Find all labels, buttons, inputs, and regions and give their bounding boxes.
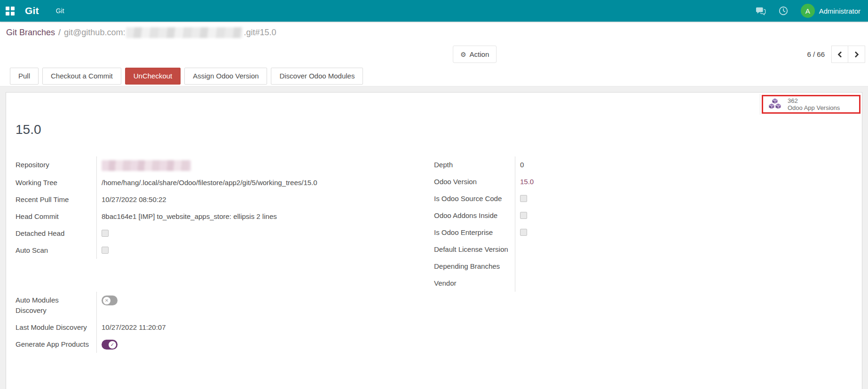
apps-grid-icon[interactable]: [6, 7, 15, 16]
record-title: 15.0: [16, 122, 852, 138]
action-button[interactable]: ⚙ Action: [453, 46, 497, 63]
field-row-default-license-version: Default License Version: [434, 241, 852, 258]
cubes-icon: [768, 98, 782, 111]
field-row-odoo-addons-inside: Odoo Addons Inside: [434, 207, 852, 224]
field-label: Is Odoo Source Code: [434, 190, 515, 207]
field-label: Vendor: [434, 275, 515, 292]
field-row-last-module-discovery: Last Module Discovery 10/27/2022 11:20:0…: [16, 319, 434, 336]
field-value: 10/27/2022 08:50:22: [97, 191, 434, 208]
field-label: Head Commit: [16, 208, 97, 225]
field-value: 8bac164e1 [IMP] to_website_apps_store: e…: [97, 208, 434, 225]
auto-modules-discovery-toggle[interactable]: ✕: [102, 296, 118, 305]
field-value: 0: [515, 156, 852, 173]
odoo-addons-inside-checkbox[interactable]: [520, 212, 527, 219]
button-box: 362 Odoo App Versions: [760, 93, 860, 115]
toggle-off-x-icon: ✕: [103, 297, 110, 304]
field-row-auto-scan: Auto Scan: [16, 242, 434, 259]
odoo-app-versions-stat-button[interactable]: 362 Odoo App Versions: [762, 95, 860, 114]
field-label: Depending Branches: [434, 258, 515, 275]
field-row-generate-app-products: Generate App Products ✓: [16, 336, 434, 353]
field-label: Working Tree: [16, 174, 97, 191]
detached-head-checkbox[interactable]: [102, 230, 109, 237]
form-view-background: 362 Odoo App Versions 15.0 Repository Wo…: [0, 86, 868, 389]
stat-button-label: Odoo App Versions: [788, 104, 840, 111]
field-row-is-odoo-source-code: Is Odoo Source Code: [434, 190, 852, 207]
field-label: Auto Modules Discovery: [16, 292, 97, 319]
field-value-empty: [515, 258, 852, 275]
pager: 6 / 66: [807, 46, 865, 63]
field-row-odoo-version: Odoo Version 15.0: [434, 173, 852, 190]
button-box-divider: [760, 94, 760, 115]
field-label: Is Odoo Enterprise: [434, 224, 515, 241]
field-label: Repository: [16, 156, 97, 174]
field-row-head-commit: Head Commit 8bac164e1 [IMP] to_website_a…: [16, 208, 434, 225]
breadcrumb: Git Branches / git@github.com: .git#15.0: [0, 22, 868, 43]
stat-button-value: 362: [788, 97, 840, 104]
assign-odoo-version-button[interactable]: Assign Odoo Version: [184, 68, 267, 85]
gear-icon: ⚙: [460, 51, 466, 58]
activities-icon[interactable]: [778, 6, 789, 16]
checkout-a-commit-button[interactable]: Checkout a Commit: [42, 68, 121, 85]
field-group-left: Repository Working Tree /home/hang/.loca…: [16, 156, 434, 292]
field-row-vendor: Vendor: [434, 275, 852, 292]
field-label: Auto Scan: [16, 242, 97, 259]
field-label: Generate App Products: [16, 336, 97, 353]
field-row-auto-modules-discovery: Auto Modules Discovery ✕: [16, 292, 434, 319]
form-sheet: 362 Odoo App Versions 15.0 Repository Wo…: [6, 92, 862, 389]
avatar: A: [801, 4, 815, 18]
field-label: Odoo Version: [434, 173, 515, 190]
breadcrumb-separator: /: [58, 28, 61, 38]
redacted-repo-name: [126, 27, 243, 38]
redacted-repository-value: [102, 160, 191, 171]
field-group-right: Depth 0 Odoo Version 15.0 Is Odoo Source…: [434, 156, 852, 292]
field-value: 10/27/2022 11:20:07: [97, 319, 434, 336]
is-odoo-source-code-checkbox[interactable]: [520, 195, 527, 202]
field-label: Last Module Discovery: [16, 319, 97, 336]
generate-app-products-toggle[interactable]: ✓: [102, 340, 118, 350]
auto-scan-checkbox[interactable]: [102, 247, 109, 254]
field-row-depending-branches: Depending Branches: [434, 258, 852, 275]
breadcrumb-parent-link[interactable]: Git Branches: [6, 28, 55, 38]
nav-menu-git[interactable]: Git: [56, 7, 64, 15]
messages-icon[interactable]: [756, 6, 766, 16]
field-row-repository: Repository: [16, 156, 434, 174]
field-row-is-odoo-enterprise: Is Odoo Enterprise: [434, 224, 852, 241]
toggle-on-check-icon: ✓: [109, 341, 116, 349]
field-label: Depth: [434, 156, 515, 173]
user-menu[interactable]: A Administrator: [801, 4, 860, 18]
action-button-label: Action: [470, 50, 489, 58]
is-odoo-enterprise-checkbox[interactable]: [520, 229, 527, 236]
discover-odoo-modules-button[interactable]: Discover Odoo Modules: [271, 68, 363, 85]
statusbar: Pull Checkout a Commit UnCheckout Assign…: [0, 66, 868, 86]
field-label: Detached Head: [16, 225, 97, 242]
field-group-bottom: Auto Modules Discovery ✕ Last Module Dis…: [16, 292, 434, 353]
field-row-detached-head: Detached Head: [16, 225, 434, 242]
field-label: Odoo Addons Inside: [434, 207, 515, 224]
field-value-empty: [515, 275, 852, 292]
field-value: /home/hang/.local/share/Odoo/filestore/a…: [97, 174, 434, 191]
field-value-empty: [515, 241, 852, 258]
control-panel: Git Branches / git@github.com: .git#15.0…: [0, 22, 868, 66]
odoo-version-link[interactable]: 15.0: [515, 173, 852, 190]
user-name: Administrator: [819, 7, 860, 15]
breadcrumb-current: git@github.com: .git#15.0: [64, 27, 276, 38]
pager-next-button[interactable]: [848, 46, 865, 63]
uncheckout-button[interactable]: UnCheckout: [125, 68, 181, 85]
field-row-depth: Depth 0: [434, 156, 852, 173]
field-row-working-tree: Working Tree /home/hang/.local/share/Odo…: [16, 174, 434, 191]
field-label: Default License Version: [434, 241, 515, 258]
app-brand[interactable]: Git: [25, 5, 39, 16]
field-row-recent-pull-time: Recent Pull Time 10/27/2022 08:50:22: [16, 191, 434, 208]
top-navbar: Git Git A Administrator: [0, 0, 868, 22]
chevron-left-icon: [837, 51, 843, 58]
breadcrumb-current-suffix: .git#15.0: [244, 28, 276, 38]
chevron-right-icon: [854, 51, 860, 58]
pager-previous-button[interactable]: [831, 46, 848, 63]
field-label: Recent Pull Time: [16, 191, 97, 208]
pager-value: 6 / 66: [807, 50, 825, 58]
pull-button[interactable]: Pull: [10, 68, 39, 85]
breadcrumb-current-prefix: git@github.com:: [64, 28, 125, 38]
